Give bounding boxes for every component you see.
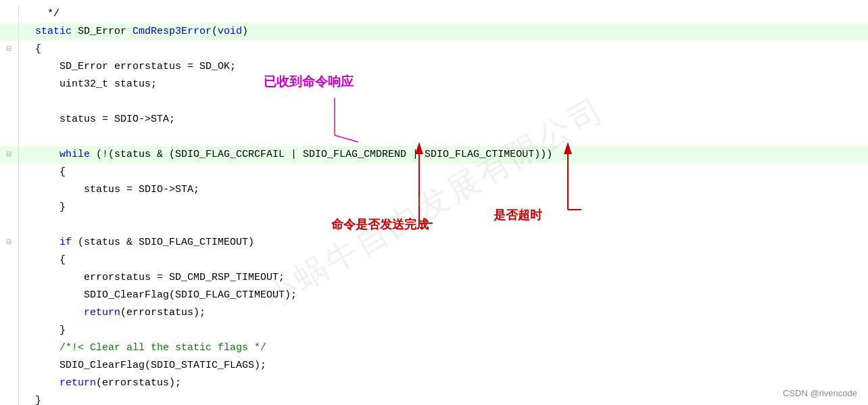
code-line-16: SDIO_ClearFlag(SDIO_FLAG_CTIMEOUT); — [0, 287, 868, 304]
line-gutter-16 — [0, 287, 19, 304]
code-text-8: while (!(status & (SDIO_FLAG_CCRCFAIL | … — [35, 146, 868, 164]
line-gutter-22 — [0, 392, 19, 405]
code-line-22: } — [0, 392, 868, 405]
code-text-1: static SD_Error CmdResp3Error(void) — [35, 23, 868, 41]
code-line-13: ⊟ if (status & SDIO_FLAG_CTIMEOUT) — [0, 234, 868, 252]
code-line-10: status = SDIO->STA; — [0, 181, 868, 199]
code-line-1: static SD_Error CmdResp3Error(void) — [0, 23, 868, 41]
code-text-10: status = SDIO->STA; — [35, 181, 868, 199]
line-gutter-8: ⊟ — [0, 146, 19, 164]
code-line-4: uint32_t status; — [0, 76, 868, 93]
code-line-19: /*!< Clear all the static flags */ — [0, 339, 868, 357]
code-text-12 — [35, 216, 868, 234]
line-gutter-7 — [0, 128, 19, 146]
line-gutter-12 — [0, 216, 19, 234]
code-line-3: SD_Error errorstatus = SD_OK; — [0, 58, 868, 76]
csdn-badge: CSDN @rivencode — [783, 388, 857, 398]
code-line-20: SDIO_ClearFlag(SDIO_STATIC_FLAGS); — [0, 357, 868, 375]
line-gutter-9 — [0, 164, 19, 181]
code-text-19: /*!< Clear all the static flags */ — [35, 339, 868, 357]
line-gutter-11 — [0, 199, 19, 216]
code-text-15: errorstatus = SD_CMD_RSP_TIMEOUT; — [35, 269, 868, 287]
code-text-0: */ — [35, 5, 868, 23]
line-gutter-14 — [0, 252, 19, 269]
code-line-0: */ — [0, 5, 868, 23]
code-line-8: ⊟ while (!(status & (SDIO_FLAG_CCRCFAIL … — [0, 146, 868, 164]
line-gutter-3 — [0, 58, 19, 76]
code-text-13: if (status & SDIO_FLAG_CTIMEOUT) — [35, 234, 868, 252]
code-text-6: status = SDIO->STA; — [35, 111, 868, 128]
code-line-12 — [0, 216, 868, 234]
code-text-21: return(errorstatus); — [35, 375, 868, 392]
line-gutter-20 — [0, 357, 19, 375]
line-gutter-4 — [0, 76, 19, 93]
code-line-5 — [0, 93, 868, 111]
code-line-21: return(errorstatus); — [0, 375, 868, 392]
line-gutter-18 — [0, 322, 19, 339]
code-line-15: errorstatus = SD_CMD_RSP_TIMEOUT; — [0, 269, 868, 287]
code-text-11: } — [35, 199, 868, 216]
code-text-7 — [35, 128, 868, 146]
line-gutter-5 — [0, 93, 19, 111]
code-text-18: } — [35, 322, 868, 339]
code-line-18: } — [0, 322, 868, 339]
code-text-14: { — [35, 252, 868, 269]
code-text-22: } — [35, 392, 868, 405]
code-text-17: return(errorstatus); — [35, 304, 868, 322]
code-line-14: { — [0, 252, 868, 269]
code-container: */ static SD_Error CmdResp3Error(void) ⊟… — [0, 0, 868, 405]
line-gutter-2: ⊟ — [0, 41, 19, 58]
code-text-20: SDIO_ClearFlag(SDIO_STATIC_FLAGS); — [35, 357, 868, 375]
code-text-3: SD_Error errorstatus = SD_OK; — [35, 58, 868, 76]
line-gutter-17 — [0, 304, 19, 322]
code-line-11: } — [0, 199, 868, 216]
code-text-5 — [35, 93, 868, 111]
code-line-6: status = SDIO->STA; — [0, 111, 868, 128]
code-line-7 — [0, 128, 868, 146]
code-text-2: { — [35, 41, 868, 58]
code-text-4: uint32_t status; — [35, 76, 868, 93]
line-gutter-21 — [0, 375, 19, 392]
line-gutter-13: ⊟ — [0, 234, 19, 252]
line-gutter-19 — [0, 339, 19, 357]
code-area: */ static SD_Error CmdResp3Error(void) ⊟… — [0, 0, 868, 405]
code-text-16: SDIO_ClearFlag(SDIO_FLAG_CTIMEOUT); — [35, 287, 868, 304]
line-gutter-0 — [0, 5, 19, 23]
line-gutter-6 — [0, 111, 19, 128]
code-line-17: return(errorstatus); — [0, 304, 868, 322]
code-text-9: { — [35, 164, 868, 181]
code-line-9: { — [0, 164, 868, 181]
line-gutter-15 — [0, 269, 19, 287]
line-gutter-1 — [0, 23, 19, 41]
line-gutter-10 — [0, 181, 19, 199]
code-line-2: ⊟ { — [0, 41, 868, 58]
